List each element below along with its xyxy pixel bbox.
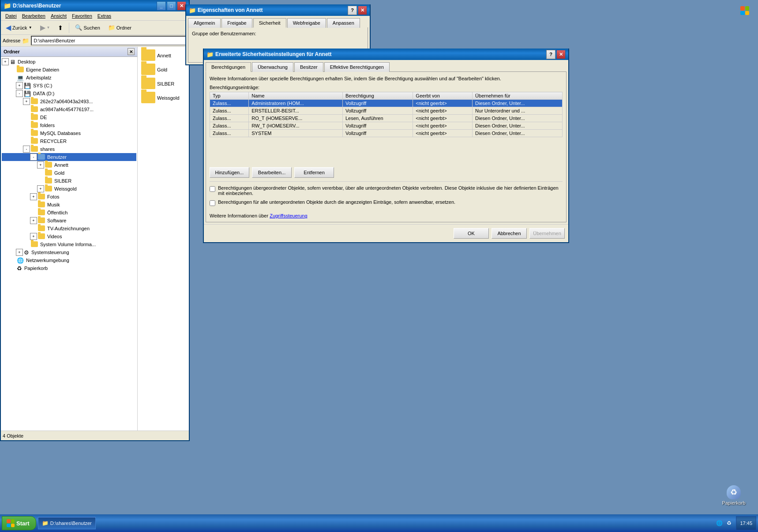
col-uebernehmen[interactable]: Übernehmen für [473, 92, 563, 100]
tab-ueberwachung[interactable]: Überwachung [252, 62, 293, 72]
minimize-button[interactable]: _ [157, 1, 166, 11]
tab-anpassen[interactable]: Anpassen [327, 18, 360, 28]
tree-item[interactable]: Musik [2, 201, 136, 209]
tree-item[interactable]: MySQL Databases [2, 129, 136, 137]
remove-button[interactable]: Entfernen [294, 167, 334, 178]
tree-item[interactable]: ac9847af4c454776197... [2, 105, 136, 113]
start-button[interactable]: Start [2, 516, 36, 530]
menu-ansicht[interactable]: Ansicht [48, 12, 69, 19]
tree-expander[interactable]: + [30, 193, 37, 200]
tree-item[interactable]: +🖥Desktop [2, 58, 136, 66]
address-input[interactable] [31, 36, 187, 45]
tree-item[interactable]: 🌐Netzwerkumgebung [2, 256, 136, 264]
tree-content[interactable]: +🖥DesktopEigene Dateien💻Arbeitsplatz+💾SY… [1, 57, 137, 431]
col-name[interactable]: Name [249, 92, 343, 100]
tree-item[interactable]: -Benutzer [2, 153, 136, 161]
tree-item[interactable]: DE [2, 113, 136, 121]
add-button[interactable]: Hinzufügen... [210, 167, 249, 178]
up-button[interactable]: ⬆ [55, 23, 66, 33]
file-item[interactable]: SILBER [139, 77, 187, 91]
menu-extras[interactable]: Extras [95, 12, 114, 19]
props-close-button[interactable]: ✕ [358, 6, 367, 15]
tree-folder-icon: 🌐 [17, 257, 24, 264]
close-button[interactable]: ✕ [177, 1, 186, 11]
table-row[interactable]: Zulass...Administratoren (HOM...Vollzugr… [210, 100, 563, 107]
col-berechtigung[interactable]: Berechtigung [342, 92, 413, 100]
back-button[interactable]: ◀ Zurück ▼ [3, 22, 35, 33]
tree-item[interactable]: Öffentlich [2, 209, 136, 217]
tree-expander[interactable]: + [30, 217, 37, 224]
tree-expander[interactable]: + [16, 249, 23, 256]
tree-expander[interactable]: - [16, 90, 23, 97]
tree-item[interactable]: +Videos [2, 232, 136, 240]
tree-item[interactable]: ♻Papierkorb [2, 264, 136, 272]
tree-item[interactable]: SILBER [2, 177, 136, 185]
tab-effektive[interactable]: Effektive Berechtigungen [324, 62, 390, 72]
tree-item[interactable]: +Fotos [2, 193, 136, 201]
adv-help-button[interactable]: ? [546, 50, 555, 59]
table-row[interactable]: Zulass...RO_T (HOMESERVE...Lesen, Ausfüh… [210, 115, 563, 122]
menu-favoriten[interactable]: Favoriten [69, 12, 95, 19]
table-cell: Zulass... [210, 115, 249, 122]
tree-expander[interactable]: + [37, 185, 44, 192]
file-list-panel[interactable]: AnnettGoldSILBERWeissgold [138, 47, 189, 431]
tree-expander[interactable]: + [23, 98, 30, 105]
table-row[interactable]: Zulass...SYSTEMVollzugriff<nicht geerbt>… [210, 130, 563, 137]
folders-button[interactable]: 📁 Ordner [105, 23, 135, 32]
tree-item[interactable]: Gold [2, 169, 136, 177]
file-item[interactable]: Annett [139, 49, 187, 63]
tree-item[interactable]: +Software [2, 217, 136, 225]
tab-freigabe[interactable]: Freigabe [221, 18, 252, 28]
panel-close-button[interactable]: ✕ [128, 48, 135, 55]
tree-expander[interactable]: - [23, 146, 30, 153]
cancel-button[interactable]: Abbrechen [492, 228, 527, 239]
tree-item[interactable]: +Weissgold [2, 185, 136, 193]
edit-button[interactable]: Bearbeiten... [252, 167, 292, 178]
apply-button[interactable]: Übernehmen [529, 228, 565, 239]
tree-item[interactable]: folders [2, 121, 136, 129]
tree-item[interactable]: -shares [2, 145, 136, 153]
menu-datei[interactable]: Datei [3, 12, 19, 19]
tab-besitzer[interactable]: Besitzer [294, 62, 323, 72]
zugriffssteuerung-link[interactable]: Zugriffssteuerung [270, 213, 307, 218]
tree-expander[interactable]: + [2, 58, 9, 65]
recycle-bin-desktop[interactable]: ♻ Papierkorb [718, 485, 749, 506]
menu-bearbeiten[interactable]: Bearbeiten [19, 12, 48, 19]
forward-button[interactable]: ▶ ▼ [37, 22, 53, 33]
tree-expander[interactable]: + [37, 161, 44, 169]
search-button[interactable]: 🔍 Suchen [72, 23, 103, 32]
recycle-systray-icon[interactable]: ♻ [725, 520, 732, 527]
table-row[interactable]: Zulass...RW_T (HOMESERV...Vollzugriff<ni… [210, 122, 563, 130]
col-typ[interactable]: Typ [210, 92, 249, 100]
tree-item[interactable]: +💾SYS (C:) [2, 82, 136, 90]
tab-sicherheit[interactable]: Sicherheit [253, 18, 286, 28]
tree-item[interactable]: +262e27a064043a2493... [2, 97, 136, 105]
file-item[interactable]: Gold [139, 63, 187, 77]
tab-allgemein[interactable]: Allgemein [188, 18, 221, 28]
tab-berechtigungen[interactable]: Berechtigungen [206, 62, 251, 72]
network-icon[interactable]: 🌐 [716, 520, 723, 527]
adv-close-button[interactable]: ✕ [556, 50, 566, 59]
tree-item[interactable]: 💻Arbeitsplatz [2, 74, 136, 82]
tree-expander[interactable]: - [30, 154, 37, 161]
taskbar-item-explorer[interactable]: 📁 D:\shares\Benutzer [38, 517, 96, 529]
tree-item[interactable]: RECYCLER [2, 137, 136, 145]
tab-webfreigabe[interactable]: Webfreigabe [287, 18, 326, 28]
tree-item[interactable]: Eigene Dateien [2, 66, 136, 74]
tree-expander[interactable]: + [30, 233, 37, 240]
tree-item[interactable]: -💾DATA (D:) [2, 90, 136, 97]
tree-item[interactable]: +⚙Systemsteuerung [2, 248, 136, 256]
tree-item[interactable]: System Volume Informa... [2, 240, 136, 248]
file-folder-icon [141, 49, 155, 62]
props-help-button[interactable]: ? [348, 6, 357, 15]
tree-expander[interactable]: + [16, 82, 23, 89]
tree-item[interactable]: +Annett [2, 161, 136, 169]
ok-button[interactable]: OK [454, 228, 489, 239]
checkbox2[interactable] [210, 200, 215, 206]
file-item[interactable]: Weissgold [139, 91, 187, 105]
col-geerbt[interactable]: Geerbt von [413, 92, 473, 100]
maximize-button[interactable]: □ [167, 1, 176, 11]
checkbox1[interactable] [210, 186, 215, 192]
tree-item[interactable]: TV-Aufzeichnungen [2, 225, 136, 232]
table-row[interactable]: Zulass...ERSTELLER-BESIT...Vollzugriff<n… [210, 107, 563, 115]
